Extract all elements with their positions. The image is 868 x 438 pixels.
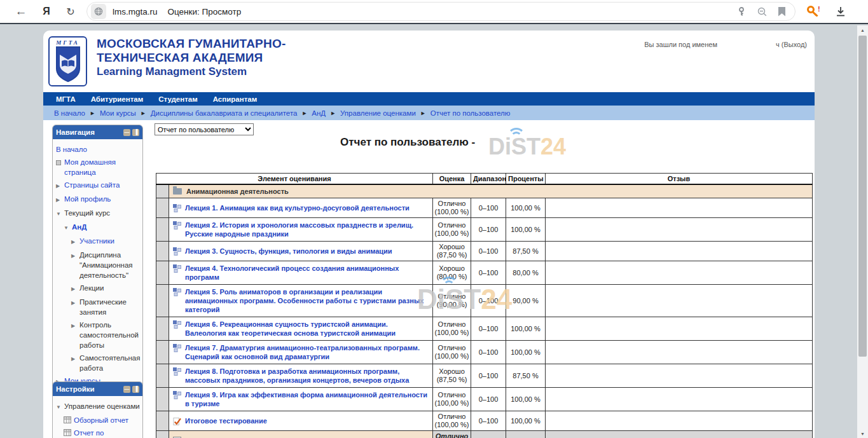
dock-block-icon[interactable]: ▐ <box>132 129 139 136</box>
collapse-triangle-icon[interactable]: ▼ <box>56 402 62 413</box>
expand-triangle-icon[interactable]: ▶ <box>71 251 77 261</box>
element-cell: Лекция 4. Технологический процесс создан… <box>169 261 433 285</box>
grade-item-link[interactable]: Лекция 7. Драматургия анимационно-театра… <box>185 343 429 361</box>
sidebar-item: ▶Дисциплина "Анимационная деятельность" <box>55 249 141 282</box>
url-text[interactable]: lms.mgta.ru <box>113 7 158 17</box>
dist24-watermark: DiST24 <box>488 133 566 160</box>
grade-item-link[interactable]: Лекция 2. История и хронология массовых … <box>185 221 429 238</box>
grade-row: Лекция 3. Сущность, функция, типология и… <box>156 242 813 261</box>
yandex-button[interactable]: Я <box>38 6 55 17</box>
breadcrumb-link[interactable]: АнД <box>312 109 326 117</box>
indent-cell <box>156 364 169 388</box>
sidebar-item-label: Текущий курс <box>64 208 110 218</box>
scroll-up-arrow[interactable]: ▲ <box>857 25 868 34</box>
password-alert-icon[interactable]: ! <box>806 5 821 18</box>
scroll-down-arrow[interactable]: ▼ <box>857 429 868 438</box>
collapse-block-icon[interactable]: — <box>123 129 130 136</box>
indent-cell <box>156 388 169 411</box>
grade-report-icon <box>64 416 71 423</box>
breadcrumb-separator: ► <box>141 110 146 116</box>
sidebar-item-label[interactable]: Мой профиль <box>64 194 111 204</box>
expand-triangle-icon[interactable]: ▶ <box>71 354 77 364</box>
range-cell: 0–100 <box>471 411 506 431</box>
grade-value: Отлично <box>434 200 469 208</box>
scrollbar-thumb[interactable] <box>858 36 867 357</box>
sidebar-item-label: Лекции <box>79 283 104 293</box>
sidebar-item-label[interactable]: Моя домашняя страница <box>64 157 141 177</box>
sidebar-item-label[interactable]: Участники <box>79 236 114 246</box>
nav-item[interactable]: МГТА <box>56 95 76 103</box>
navigation-block: Навигация — ▐ В началоМоя домашняя стран… <box>52 125 143 394</box>
academy-line2: ТЕХНИЧЕСКАЯ АКАДЕМИЯ <box>97 51 286 65</box>
grade-item-link[interactable]: Лекция 3. Сущность, функция, типология и… <box>185 247 392 256</box>
sidebar-item: ▶Участники <box>55 235 141 249</box>
sidebar-item-label[interactable]: В начало <box>56 144 87 154</box>
report-type-select[interactable]: Отчет по пользователю <box>155 123 254 135</box>
crest-icon <box>54 46 82 83</box>
nav-item[interactable]: Аспирантам <box>213 95 257 103</box>
collapse-triangle-icon[interactable]: ▼ <box>64 223 69 233</box>
grade-item-link[interactable]: Лекция 1. Анимация как вид культурно-дос… <box>185 203 410 212</box>
sidebar-item-label[interactable]: Страницы сайта <box>64 180 120 190</box>
dock-block-icon[interactable]: ▐ <box>132 386 139 393</box>
breadcrumb-separator: ► <box>420 110 426 116</box>
expand-triangle-icon[interactable]: ▶ <box>71 284 77 294</box>
grade-cell: Хорошо(87,50 %) <box>433 364 471 388</box>
grade-item-link[interactable]: Лекция 8. Подготовка и разработка анимац… <box>185 367 429 385</box>
breadcrumb-link[interactable]: Отчет по пользователю <box>431 109 511 117</box>
search-zoom-icon[interactable] <box>757 6 768 17</box>
expand-triangle-icon[interactable]: ▶ <box>71 321 77 331</box>
expand-triangle-icon[interactable]: ▶ <box>56 181 62 191</box>
grade-percent: (100,00 %) <box>434 421 469 429</box>
feedback-cell <box>546 388 813 411</box>
grade-item-link[interactable]: Лекция 4. Технологический процесс создан… <box>185 264 429 282</box>
page-background: МГТА МОСКОВСКАЯ ГУМАНИТАРНО- ТЕХНИЧЕСКАЯ… <box>0 25 868 438</box>
grade-row: Итоговое тестированиеОтлично(100,00 %)0–… <box>156 411 813 431</box>
grade-cell: Хорошо(80,00 %) <box>433 261 471 285</box>
lesson-icon <box>173 264 181 273</box>
bullet-square-icon <box>56 160 62 165</box>
expand-triangle-icon[interactable]: ▶ <box>71 298 77 308</box>
collapse-triangle-icon[interactable]: ▼ <box>56 209 62 219</box>
expand-triangle-icon[interactable]: ▶ <box>56 195 62 205</box>
sidebar-item-label: Управление оценками <box>64 401 140 411</box>
grade-item-link[interactable]: Лекция 5. Роль аниматоров в организации … <box>185 287 429 314</box>
range-cell: 0–100 <box>471 261 506 285</box>
sidebar-item-label[interactable]: Обзорный отчет <box>74 415 128 425</box>
nav-item[interactable]: Абитуриентам <box>91 95 143 103</box>
grade-item-link[interactable]: Итоговое тестирование <box>185 416 267 425</box>
back-button[interactable]: ← <box>13 4 29 18</box>
indent-cell <box>156 198 169 218</box>
breadcrumb-link[interactable]: Дисциплины бакалавриата и специалитета <box>151 109 298 117</box>
reload-button[interactable]: ↻ <box>62 6 79 18</box>
grade-item-link[interactable]: Лекция 9. Игра как эффективная форма ани… <box>185 390 429 408</box>
bookmark-icon[interactable] <box>778 7 786 17</box>
indent-cell <box>156 341 169 364</box>
academy-line3: Learning Managment System <box>97 65 286 79</box>
breadcrumb-link[interactable]: Мои курсы <box>100 109 136 117</box>
indent-cell <box>156 317 169 341</box>
sidebar-item: ▶Контроль самостоятельной работы <box>55 318 141 352</box>
grade-report-icon <box>64 429 71 436</box>
breadcrumb-link[interactable]: В начало <box>54 109 85 117</box>
address-bar[interactable]: lms.mgta.ru Оценки: Просмотр <box>86 2 796 21</box>
column-header: Проценты <box>506 174 546 185</box>
sidebar-item-label[interactable]: Отчет по пользователю <box>74 428 141 438</box>
key-icon[interactable] <box>736 6 747 17</box>
element-cell: Лекция 6. Рекреационная сущность туристс… <box>169 317 433 341</box>
grade-percent: (100,00 %) <box>434 352 469 360</box>
grade-percent: (100,00 %) <box>434 229 469 238</box>
logout-link[interactable]: ч (Выход) <box>776 41 807 48</box>
sidebar-item: ▶Лекции <box>55 282 141 296</box>
download-icon[interactable] <box>835 6 846 17</box>
breadcrumb-link[interactable]: Управление оценками <box>340 109 416 117</box>
collapse-block-icon[interactable]: — <box>123 386 130 393</box>
sidebar-item-label[interactable]: АнД <box>72 222 86 232</box>
grade-row: Лекция 7. Драматургия анимационно-театра… <box>156 341 813 364</box>
expand-triangle-icon[interactable]: ▶ <box>71 237 77 247</box>
page-scrollbar[interactable]: ▲ ▼ <box>857 25 868 438</box>
grade-percent: (100,00 %) <box>434 208 469 216</box>
nav-item[interactable]: Студентам <box>158 95 198 103</box>
grade-item-link[interactable]: Лекция 6. Рекреационная сущность туристс… <box>185 320 429 338</box>
sidebar-item: ▶Мой профиль <box>55 193 141 207</box>
